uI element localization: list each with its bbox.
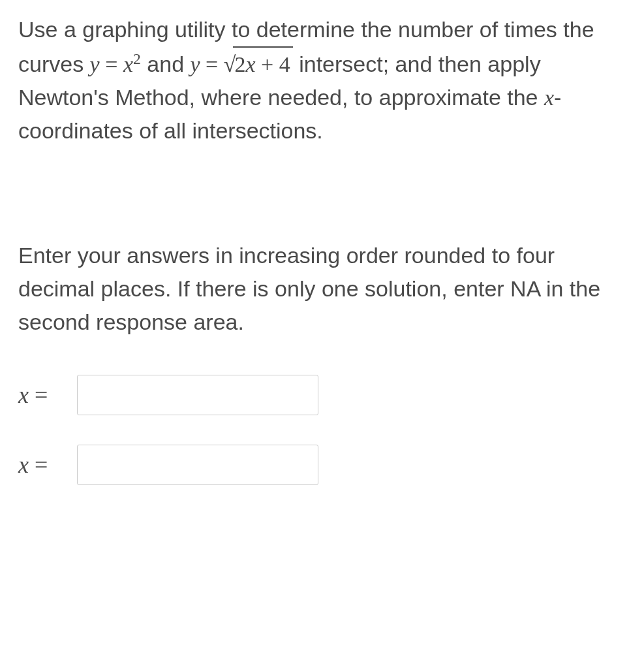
answer-input-2[interactable] [77, 445, 318, 485]
question-text: Use a graphing utility to determine the … [18, 13, 626, 148]
answer-input-1[interactable] [77, 375, 318, 415]
conjunction: and [141, 52, 191, 76]
answer-row-1: x = [18, 375, 626, 415]
sqrt-expression: √2x + 4 [224, 46, 293, 81]
answer-label-1: x = [18, 377, 64, 413]
answer-row-2: x = [18, 445, 626, 485]
answer-label-2: x = [18, 447, 64, 483]
instructions-text: Enter your answers in increasing order r… [18, 239, 626, 339]
x-variable: x [544, 86, 554, 110]
equation-1: y = x2 [90, 52, 141, 76]
equation-2: y = √2x + 4 [191, 52, 293, 76]
